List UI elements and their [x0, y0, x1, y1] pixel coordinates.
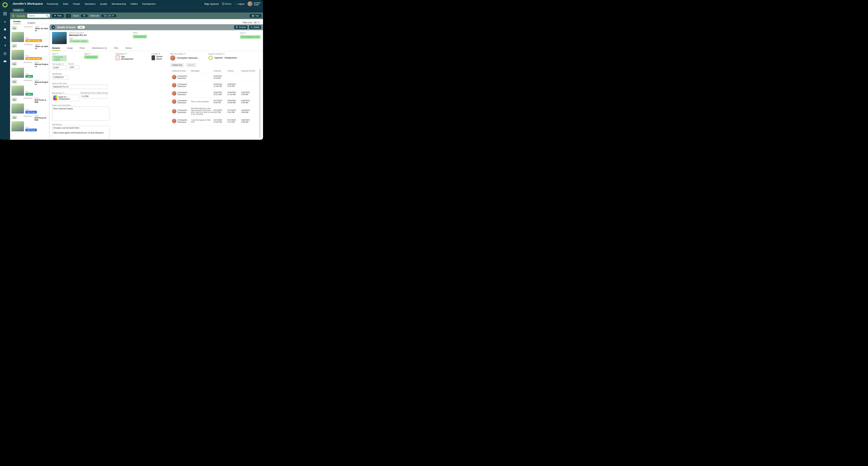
edit-icon[interactable]: ✎: [159, 53, 160, 55]
activity-icon[interactable]: [3, 44, 7, 48]
custody-table[interactable]: Employee/Contact Description Checkout Ch…: [170, 69, 260, 138]
nav-operations[interactable]: Operations: [85, 3, 96, 5]
asset-card[interactable]: AssetID 265IdentificationNameManual Engi…: [10, 79, 50, 96]
assetpartname-label: Asset or Part name: [52, 83, 111, 84]
dtab-usage[interactable]: Usage: [67, 46, 73, 51]
apps-icon[interactable]: [3, 12, 7, 15]
asset-thumbnail: [11, 86, 24, 96]
return-button[interactable]: Return: [186, 63, 196, 67]
archive-button[interactable]: 🗄Archive: [234, 25, 248, 29]
delete-button[interactable]: ✕Delete: [249, 25, 261, 29]
plus-icon[interactable]: ＋: [3, 20, 7, 24]
location-icon: [152, 55, 155, 60]
edit-icon[interactable]: ✎: [90, 53, 91, 55]
tab-insights[interactable]: Insights: [28, 22, 35, 24]
svg-rect-3: [5, 12, 5, 13]
dtab-general[interactable]: General: [52, 46, 60, 51]
avatar: [248, 1, 252, 6]
cloud-upload-icon[interactable]: [3, 60, 7, 64]
bell-icon[interactable]: [3, 28, 7, 32]
nav-manufacturing[interactable]: Manufacturing: [112, 3, 126, 5]
asset-card[interactable]: AssetID 263IdentificationNameDrill Press…: [10, 114, 50, 132]
filter-button[interactable]: Filter: [52, 14, 64, 18]
description-textarea[interactable]: [52, 106, 110, 120]
custody-row[interactable]: Christopher Sarkissian 4/18/202312:36 PM…: [170, 81, 259, 89]
info-icon: [222, 2, 225, 5]
asset-card[interactable]: AssetID 264IdentificationNameDrill Press…: [10, 96, 50, 114]
errors-link[interactable]: Errors: [222, 2, 231, 5]
svg-rect-8: [3, 14, 4, 15]
gear-icon[interactable]: ⚙: [12, 14, 14, 18]
custody-row[interactable]: Christopher Sarkissian I need this lapto…: [170, 117, 259, 125]
svg-point-14: [211, 58, 212, 59]
tab-assets[interactable]: Assets: [13, 20, 21, 24]
nav-quality[interactable]: Quality: [100, 3, 107, 5]
partnumber-input[interactable]: [52, 66, 67, 70]
close-icon[interactable]: ✕: [21, 9, 23, 11]
main-column: Jennifer's Workspace Productivity Sales …: [10, 0, 263, 140]
logout-link[interactable]: ←Logout: [235, 3, 244, 5]
count-label: Count: [73, 14, 79, 17]
custody-row[interactable]: Christopher Sarkissian 4/18/202310:52 AM…: [170, 89, 259, 97]
tab-chip-assets[interactable]: Assets✕: [12, 9, 24, 12]
search-icon[interactable]: 🔍: [45, 14, 49, 18]
asset-thumbnail: [11, 121, 24, 131]
edit-icon[interactable]: ✎: [57, 53, 58, 55]
edit-icon[interactable]: ✎: [125, 53, 127, 55]
module-title: Assets: [17, 14, 25, 18]
view-limit-select[interactable]: 50: [253, 21, 260, 24]
dtab-maintenance[interactable]: Maintenance (1): [92, 46, 107, 51]
mfr-partnumber-input[interactable]: [81, 94, 107, 98]
asset-card[interactable]: AssetID 266IdentificationNameManual Engi…: [10, 61, 50, 79]
nav-utilities[interactable]: Utilities: [130, 3, 138, 5]
loc-value: Server Room: [156, 55, 165, 60]
tour-button[interactable]: Tour: [250, 14, 261, 18]
custody-row[interactable]: Christopher Sarkissian This is a new che…: [170, 97, 259, 106]
back-arrow-button[interactable]: ➔: [51, 25, 55, 29]
custody-row[interactable]: Christopher Sarkissian Need this laptop …: [170, 106, 259, 117]
app-logo[interactable]: [2, 2, 8, 8]
dtab-history[interactable]: History: [125, 46, 132, 51]
edit-icon[interactable]: ✎: [184, 53, 186, 55]
edit-icon[interactable]: ✎: [244, 32, 246, 34]
open-tabs-bar: Assets✕: [10, 8, 263, 12]
asset-list[interactable]: AssetID 268IdentificationNameWater jet t…: [10, 24, 50, 140]
clock-icon[interactable]: [3, 52, 7, 56]
dtab-posts[interactable]: Posts: [80, 46, 85, 51]
description-label: Asset or part description: [52, 104, 111, 106]
asset-thumbnail: [11, 68, 24, 78]
custody-table-head: Employee/Contact Description Checkout Ch…: [170, 69, 259, 73]
nav-development[interactable]: Development: [142, 3, 156, 5]
nav-productivity[interactable]: Productivity: [47, 3, 58, 5]
search-box[interactable]: 🔍: [27, 14, 50, 18]
search-input[interactable]: [28, 14, 45, 17]
custody-row[interactable]: Christopher Sarkissian 4/19/20238:35 AM: [170, 73, 259, 81]
edit-icon[interactable]: ✎: [223, 53, 225, 55]
asset-name-value: Macbook Pro 14: [69, 34, 89, 36]
assetpartname-input[interactable]: [52, 85, 107, 89]
asset-thumbnail: [11, 103, 24, 114]
avatar: [172, 109, 176, 114]
avatar: [172, 75, 176, 79]
topbar: Jennifer's Workspace Productivity Sales …: [10, 0, 263, 8]
checkout-button[interactable]: Check Out: [170, 63, 184, 67]
edit-icon[interactable]: ✎: [62, 63, 64, 65]
add-button[interactable]: ＋: [66, 14, 71, 18]
chat-icon[interactable]: [3, 36, 7, 39]
edit-icon[interactable]: ✎: [63, 92, 65, 94]
custody-person: Christopher Sarkissian: [170, 55, 198, 61]
asset-card[interactable]: AssetID 268IdentificationNameWater jet t…: [10, 25, 50, 43]
dtab-files[interactable]: Files: [114, 46, 118, 51]
asset-card[interactable]: AssetID 267IdentificationNameWater jet t…: [10, 43, 50, 61]
nav-people[interactable]: People: [73, 3, 80, 5]
partid-input[interactable]: [68, 65, 80, 69]
dept-value: App Development: [121, 55, 134, 60]
specification-textarea[interactable]: [52, 126, 110, 140]
asset-type-label: Type: [69, 37, 89, 39]
who-custody-label: Who has custody: [170, 53, 184, 55]
identification-input[interactable]: [52, 75, 69, 79]
nav-sales[interactable]: Sales: [63, 3, 69, 5]
left-rail: ＋: [0, 0, 10, 140]
svg-rect-4: [6, 12, 7, 13]
user-menu[interactable]: JenniferSistilli: [248, 1, 260, 6]
